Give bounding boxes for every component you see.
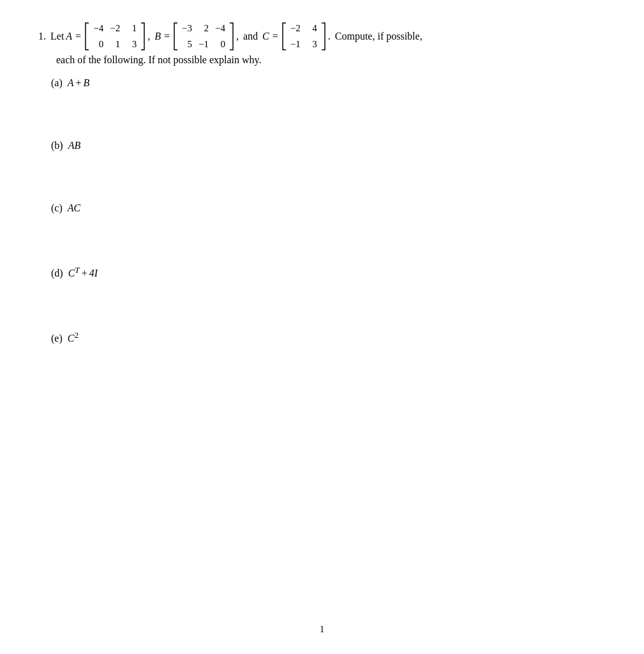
equals-B: = bbox=[164, 25, 170, 47]
part-b: (b) AB bbox=[38, 140, 606, 151]
period: . bbox=[328, 25, 331, 47]
page: 1. Let A = −4 −2 1 0 1 3 bbox=[0, 0, 644, 654]
bracket-left-A bbox=[84, 22, 89, 50]
mA-r0c2: 1 bbox=[126, 21, 137, 36]
part-d-label: (d) bbox=[51, 268, 68, 278]
problem-header: 1. Let A = −4 −2 1 0 1 3 bbox=[38, 19, 606, 66]
part-b-label: (b) bbox=[51, 140, 68, 151]
part-e-2: 2 bbox=[74, 330, 79, 340]
matrix-C: −2 4 −1 3 bbox=[281, 19, 326, 53]
part-d-C: C bbox=[68, 268, 75, 278]
mC-r0c0: −2 bbox=[290, 21, 301, 36]
comma-1: , bbox=[147, 25, 150, 47]
part-a-expr: A bbox=[68, 77, 74, 88]
bracket-right-C bbox=[321, 22, 326, 50]
part-d-4I: 4I bbox=[89, 268, 98, 278]
bracket-left-C bbox=[281, 22, 287, 50]
part-d-T: T bbox=[75, 265, 79, 275]
part-a-plus: + bbox=[76, 77, 82, 88]
matrix-A-cells: −4 −2 1 0 1 3 bbox=[90, 19, 140, 53]
mB-r1c1: −1 bbox=[198, 37, 209, 52]
mC-r1c1: 3 bbox=[307, 37, 317, 52]
part-a-label: (a) bbox=[51, 77, 68, 88]
problem-number: 1. bbox=[38, 25, 46, 47]
intro-line: 1. Let A = −4 −2 1 0 1 3 bbox=[38, 19, 606, 53]
matrix-C-cells: −2 4 −1 3 bbox=[287, 19, 320, 53]
mA-r0c1: −2 bbox=[110, 21, 120, 36]
part-e: (e) C2 bbox=[38, 330, 606, 344]
bracket-left-B bbox=[173, 22, 178, 50]
equals-C: = bbox=[273, 25, 278, 47]
and-text: and bbox=[243, 25, 258, 47]
mC-r1c0: −1 bbox=[290, 37, 301, 52]
page-number: 1 bbox=[320, 624, 325, 635]
mB-r0c1: 2 bbox=[198, 21, 209, 36]
matrix-A: −4 −2 1 0 1 3 bbox=[84, 19, 146, 53]
compute-text: Compute, if possible, bbox=[335, 25, 423, 47]
mB-r1c0: 5 bbox=[182, 37, 192, 52]
part-c-label: (c) bbox=[51, 202, 68, 213]
mB-r1c2: 0 bbox=[215, 37, 225, 52]
mB-r0c2: −4 bbox=[215, 21, 225, 36]
part-a: (a) A+B bbox=[38, 77, 606, 89]
part-d: (d) CT+4I bbox=[38, 265, 606, 279]
part-a-B: B bbox=[84, 77, 90, 88]
part-d-plus: + bbox=[82, 268, 87, 278]
mA-r1c2: 3 bbox=[126, 37, 137, 52]
equals-A: = bbox=[75, 25, 81, 47]
mA-r1c1: 1 bbox=[110, 37, 120, 52]
var-C: C bbox=[262, 25, 269, 47]
part-e-C: C bbox=[68, 333, 75, 344]
bracket-right-A bbox=[140, 22, 146, 50]
part-c: (c) AC bbox=[38, 202, 606, 214]
mA-r1c0: 0 bbox=[93, 37, 103, 52]
bracket-right-B bbox=[229, 22, 234, 50]
var-A: A bbox=[66, 25, 72, 47]
subtext-line: each of the following. If not possible e… bbox=[38, 54, 606, 66]
comma-2: , bbox=[236, 25, 239, 47]
matrix-B: −3 2 −4 5 −1 0 bbox=[173, 19, 234, 53]
part-e-label: (e) bbox=[51, 333, 68, 344]
mA-r0c0: −4 bbox=[93, 21, 103, 36]
part-b-expr: AB bbox=[68, 140, 81, 151]
mB-r0c0: −3 bbox=[182, 21, 192, 36]
mC-r0c1: 4 bbox=[307, 21, 317, 36]
matrix-B-cells: −3 2 −4 5 −1 0 bbox=[179, 19, 228, 53]
part-c-expr: AC bbox=[68, 202, 80, 213]
let-text: Let bbox=[50, 25, 64, 47]
var-B: B bbox=[154, 25, 161, 47]
